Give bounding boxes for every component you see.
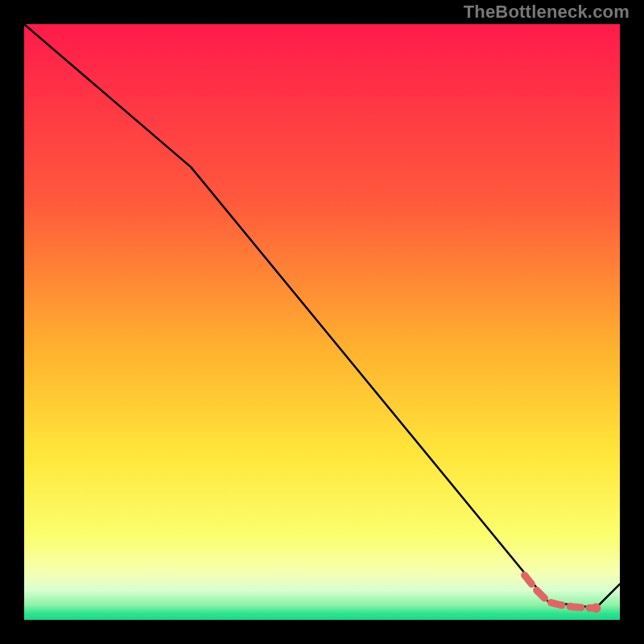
- plot-area: [24, 24, 620, 620]
- chart-overlay: [24, 24, 620, 620]
- highlight-dashes: [525, 576, 597, 609]
- highlight-markers: [525, 576, 601, 613]
- bottleneck-curve: [24, 24, 620, 608]
- chart-stage: TheBottleneck.com: [0, 0, 644, 644]
- attribution-label: TheBottleneck.com: [464, 2, 630, 23]
- highlight-end-dot: [591, 603, 601, 613]
